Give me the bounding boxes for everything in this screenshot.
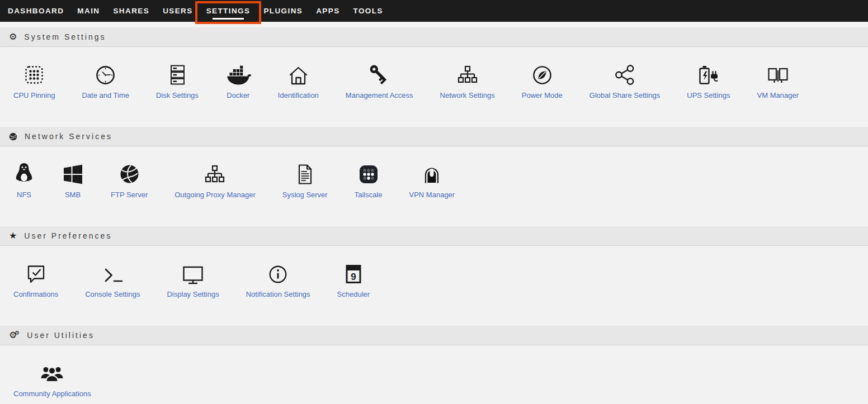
settings-item-disk-settings[interactable]: Disk Settings: [143, 61, 212, 99]
globe-icon: [9, 132, 17, 141]
settings-item-vm-manager[interactable]: VM Manager: [744, 61, 812, 99]
windows-logo-icon: [62, 161, 84, 186]
nav-item-apps[interactable]: APPS: [309, 0, 346, 22]
top-navbar: DASHBOARD MAIN SHARES USERS SETTINGS PLU…: [0, 0, 868, 22]
globe-solid-icon: [118, 161, 141, 186]
nav-item-plugins[interactable]: PLUGINS: [257, 0, 309, 22]
settings-item-nfs[interactable]: NFS: [0, 161, 48, 199]
clock-icon: [95, 61, 116, 86]
gear-icon: ⚙: [9, 32, 17, 41]
svg-text:9: 9: [351, 272, 356, 282]
leaf-circle-icon: [531, 61, 553, 86]
settings-item-tailscale[interactable]: Tailscale: [341, 161, 396, 199]
settings-item-global-share-settings[interactable]: Global Share Settings: [576, 61, 673, 99]
sitemap-icon: [204, 161, 226, 186]
settings-item-community-applications[interactable]: Community Applications: [0, 360, 105, 398]
settings-item-ups-settings[interactable]: UPS Settings: [673, 61, 743, 99]
settings-item-management-access[interactable]: Management Access: [332, 61, 427, 99]
settings-item-smb[interactable]: SMB: [48, 161, 97, 199]
section-title: System Settings: [24, 32, 106, 41]
settings-item-date-and-time[interactable]: Date and Time: [68, 61, 143, 99]
users-group-icon: [40, 360, 64, 384]
speech-bubble-check-icon: [25, 260, 47, 285]
settings-item-power-mode[interactable]: Power Mode: [508, 61, 576, 99]
settings-item-syslog-server[interactable]: Syslog Server: [269, 161, 341, 199]
settings-item-outgoing-proxy-manager[interactable]: Outgoing Proxy Manager: [161, 161, 269, 199]
section-header-user-utilities: ⚙⚙ User Utilities: [0, 326, 868, 345]
section-network-services: Network Services NFS: [0, 127, 868, 226]
settings-item-scheduler[interactable]: 9 Scheduler: [324, 260, 384, 298]
document-lines-icon: [295, 161, 315, 186]
share-nodes-icon: [614, 61, 636, 86]
docker-whale-icon: [225, 61, 251, 86]
tailscale-dots-icon: [357, 161, 380, 186]
active-tab-underline: [213, 18, 244, 20]
cpu-pinning-icon: [23, 61, 45, 86]
settings-item-identification[interactable]: Identification: [265, 61, 332, 99]
settings-item-network-settings[interactable]: Network Settings: [427, 61, 508, 99]
section-title: User Preferences: [24, 231, 112, 240]
settings-item-display-settings[interactable]: Display Settings: [153, 260, 232, 298]
section-header-network-services: Network Services: [0, 127, 868, 146]
star-icon: ★: [9, 231, 17, 240]
battery-plug-icon: [696, 61, 721, 86]
nav-item-shares[interactable]: SHARES: [106, 0, 156, 22]
nav-item-main[interactable]: MAIN: [70, 0, 106, 22]
gears-icon: ⚙⚙: [9, 331, 20, 340]
section-title: User Utilities: [27, 331, 95, 340]
settings-item-docker[interactable]: Docker: [212, 61, 265, 99]
section-header-system-settings: ⚙ System Settings: [0, 27, 868, 47]
settings-item-notification-settings[interactable]: Notification Settings: [233, 260, 324, 298]
nav-item-dashboard[interactable]: DASHBOARD: [1, 0, 70, 22]
key-icon: [367, 61, 391, 86]
info-circle-icon: [267, 260, 289, 285]
server-stack-icon: [166, 61, 188, 86]
terminal-prompt-icon: [101, 260, 124, 285]
section-system-settings: ⚙ System Settings CPU Pinning: [0, 27, 868, 127]
section-user-preferences: ★ User Preferences Confirmations: [0, 226, 868, 326]
nav-item-settings[interactable]: SETTINGS: [200, 0, 257, 22]
settings-item-cpu-pinning[interactable]: CPU Pinning: [0, 61, 68, 99]
settings-page: ⚙ System Settings CPU Pinning: [0, 22, 868, 404]
home-icon: [287, 61, 310, 86]
hood-icon: [421, 161, 443, 186]
section-title: Network Services: [25, 132, 112, 141]
nav-item-users[interactable]: USERS: [156, 0, 200, 22]
virtual-machines-icon: [766, 61, 790, 86]
linux-tux-icon: [13, 161, 35, 186]
section-user-utilities: ⚙⚙ User Utilities: [0, 326, 868, 404]
settings-item-console-settings[interactable]: Console Settings: [72, 260, 153, 298]
nav-item-tools[interactable]: TOOLS: [347, 0, 390, 22]
settings-item-confirmations[interactable]: Confirmations: [0, 260, 72, 298]
settings-item-vpn-manager[interactable]: VPN Manager: [396, 161, 469, 199]
sitemap-icon: [456, 61, 479, 86]
section-header-user-preferences: ★ User Preferences: [0, 226, 868, 246]
calendar-9-icon: 9: [344, 260, 363, 285]
monitor-icon: [181, 260, 205, 285]
settings-item-ftp-server[interactable]: FTP Server: [97, 161, 161, 199]
